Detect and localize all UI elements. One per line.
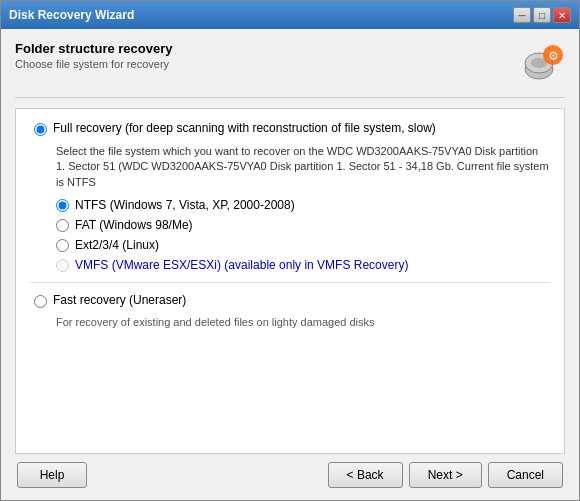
footer-right: < Back Next > Cancel <box>328 462 563 488</box>
vmfs-radio[interactable] <box>56 259 69 272</box>
back-button[interactable]: < Back <box>328 462 403 488</box>
fat-label[interactable]: FAT (Windows 98/Me) <box>75 218 193 232</box>
fast-recovery-description: For recovery of existing and deleted fil… <box>56 316 550 328</box>
fat-radio[interactable] <box>56 219 69 232</box>
vmfs-option: VMFS (VMware ESX/ESXi) (available only i… <box>56 258 550 272</box>
header-text: Folder structure recovery Choose file sy… <box>15 41 173 70</box>
page-title: Folder structure recovery <box>15 41 173 56</box>
footer-left: Help <box>17 462 87 488</box>
full-recovery-section: Full recovery (for deep scanning with re… <box>34 121 550 272</box>
help-button[interactable]: Help <box>17 462 87 488</box>
ntfs-label[interactable]: NTFS (Windows 7, Vista, XP, 2000-2008) <box>75 198 295 212</box>
fast-recovery-section: Fast recovery (Uneraser) For recovery of… <box>34 293 550 328</box>
disk-recovery-wizard-window: Disk Recovery Wizard ─ □ ✕ Folder struct… <box>0 0 580 501</box>
next-button[interactable]: Next > <box>409 462 482 488</box>
cancel-button[interactable]: Cancel <box>488 462 563 488</box>
title-bar: Disk Recovery Wizard ─ □ ✕ <box>1 1 579 29</box>
full-recovery-option: Full recovery (for deep scanning with re… <box>34 121 550 136</box>
vmfs-label[interactable]: VMFS (VMware ESX/ESXi) (available only i… <box>75 258 408 272</box>
fast-recovery-radio[interactable] <box>34 295 47 308</box>
fast-recovery-option: Fast recovery (Uneraser) <box>34 293 550 308</box>
window-title: Disk Recovery Wizard <box>9 8 134 22</box>
close-button[interactable]: ✕ <box>553 7 571 23</box>
filesystem-options: NTFS (Windows 7, Vista, XP, 2000-2008) F… <box>56 198 550 272</box>
title-bar-controls: ─ □ ✕ <box>513 7 571 23</box>
main-content-panel: Full recovery (for deep scanning with re… <box>15 108 565 454</box>
ntfs-option: NTFS (Windows 7, Vista, XP, 2000-2008) <box>56 198 550 212</box>
footer: Help < Back Next > Cancel <box>15 454 565 492</box>
recovery-icon: ⚙ <box>517 41 565 89</box>
ntfs-radio[interactable] <box>56 199 69 212</box>
full-recovery-label[interactable]: Full recovery (for deep scanning with re… <box>53 121 436 135</box>
section-divider <box>30 282 550 283</box>
full-recovery-radio[interactable] <box>34 123 47 136</box>
page-subtitle: Choose file system for recovery <box>15 58 173 70</box>
header-section: Folder structure recovery Choose file sy… <box>15 41 565 98</box>
ext-option: Ext2/3/4 (Linux) <box>56 238 550 252</box>
maximize-button[interactable]: □ <box>533 7 551 23</box>
full-recovery-description: Select the file system which you want to… <box>56 144 550 190</box>
ext-radio[interactable] <box>56 239 69 252</box>
ext-label[interactable]: Ext2/3/4 (Linux) <box>75 238 159 252</box>
content-area: Folder structure recovery Choose file sy… <box>1 29 579 500</box>
fast-recovery-label[interactable]: Fast recovery (Uneraser) <box>53 293 186 307</box>
minimize-button[interactable]: ─ <box>513 7 531 23</box>
fat-option: FAT (Windows 98/Me) <box>56 218 550 232</box>
svg-text:⚙: ⚙ <box>548 49 559 63</box>
